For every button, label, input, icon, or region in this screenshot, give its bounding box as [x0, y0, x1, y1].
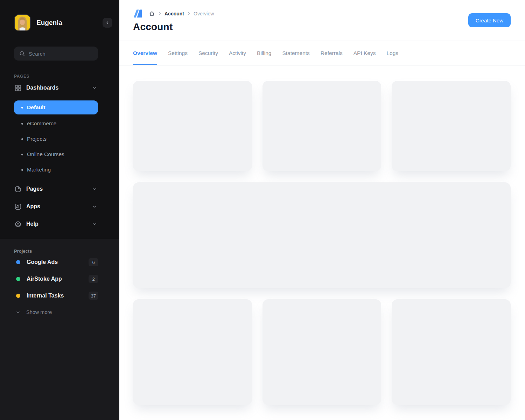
placeholder-card: [392, 299, 511, 405]
sidebar-item-marketing[interactable]: Marketing: [14, 162, 98, 177]
brand-logo[interactable]: [133, 9, 144, 18]
main-content: Account Overview Account Create New Over…: [119, 0, 525, 420]
tab-overview[interactable]: Overview: [133, 41, 157, 65]
nav-label-pages: Pages: [26, 186, 92, 192]
show-more-label: Show more: [26, 309, 52, 315]
bullet-icon: [21, 169, 23, 171]
sidebar: Eugenia PAGES Dashboards: [0, 0, 119, 420]
sidebar-collapse-button[interactable]: [103, 18, 112, 28]
sidebar-nav: Dashboards Default eCommerce Projects: [14, 80, 98, 232]
tab-referrals[interactable]: Referrals: [321, 41, 343, 65]
avatar[interactable]: [14, 14, 31, 31]
sidebar-item-default[interactable]: Default: [14, 100, 98, 114]
sidebar-item-pages[interactable]: Pages: [14, 181, 98, 197]
project-item-google-ads[interactable]: Google Ads 6: [14, 254, 98, 271]
project-dot-icon: [16, 294, 20, 298]
sub-item-label: eCommerce: [27, 120, 56, 127]
placeholder-card: [262, 81, 382, 171]
sub-item-label: Projects: [27, 136, 47, 142]
projects-section-label: Projects: [14, 248, 119, 254]
sub-item-label: Marketing: [27, 167, 51, 173]
chevron-down-icon: [92, 221, 97, 227]
tab-logs[interactable]: Logs: [386, 41, 398, 65]
sub-item-label: Online Courses: [27, 151, 64, 158]
pages-section-label: PAGES: [14, 74, 119, 79]
tab-billing[interactable]: Billing: [257, 41, 271, 65]
sidebar-top-section: Eugenia PAGES Dashboards: [0, 0, 119, 232]
placeholder-card: [133, 81, 252, 171]
project-name: AirStoke App: [27, 276, 89, 282]
page-header: Account Overview Account Create New: [119, 0, 525, 41]
overview-content: [119, 65, 525, 420]
sidebar-item-help[interactable]: Help: [14, 216, 98, 232]
nav-label-dashboards: Dashboards: [26, 85, 92, 91]
sidebar-projects-section: Projects Google Ads 6 AirStoke App 2 Int…: [0, 239, 119, 420]
search-box[interactable]: [14, 47, 98, 61]
dashboards-sub-list: Default eCommerce Projects Online Course…: [14, 100, 98, 177]
sidebar-item-dashboards[interactable]: Dashboards: [14, 80, 98, 96]
sidebar-item-apps[interactable]: Apps: [14, 199, 98, 214]
sidebar-item-ecommerce[interactable]: eCommerce: [14, 116, 98, 131]
project-list: Google Ads 6 AirStoke App 2 Internal Tas…: [14, 254, 98, 304]
project-dot-icon: [16, 277, 20, 281]
count-badge: 2: [89, 275, 98, 283]
page-icon: [14, 185, 22, 193]
bullet-icon: [21, 123, 23, 125]
count-badge: 37: [89, 292, 98, 300]
tab-api-keys[interactable]: API Keys: [354, 41, 376, 65]
chevron-down-icon: [92, 204, 97, 209]
chart-app-icon: [14, 203, 22, 210]
placeholder-card: [392, 81, 511, 171]
search-input[interactable]: [29, 51, 88, 57]
sidebar-item-projects[interactable]: Projects: [14, 131, 98, 147]
avatar-illustration: [15, 15, 30, 30]
placeholder-card: [262, 299, 382, 405]
lifebuoy-icon: [14, 220, 22, 228]
show-more-button[interactable]: Show more: [14, 304, 119, 320]
search-icon: [19, 50, 25, 57]
tab-bar: Overview Settings Security Activity Bill…: [119, 41, 525, 65]
create-new-button[interactable]: Create New: [468, 13, 511, 27]
tab-settings[interactable]: Settings: [168, 41, 188, 65]
user-profile[interactable]: Eugenia: [14, 14, 112, 31]
placeholder-card-wide: [133, 182, 511, 288]
project-name: Internal Tasks: [27, 293, 89, 299]
project-item-internal-tasks[interactable]: Internal Tasks 37: [14, 287, 98, 304]
bullet-icon: [21, 107, 23, 108]
chevron-right-icon: [158, 11, 162, 16]
chevron-down-icon: [92, 186, 97, 192]
breadcrumb-item-account[interactable]: Account: [164, 11, 184, 16]
breadcrumb-item-overview[interactable]: Overview: [194, 11, 214, 16]
bullet-icon: [21, 154, 23, 155]
sub-item-label: Default: [27, 104, 46, 111]
chevron-right-icon: [187, 11, 191, 16]
chevron-down-icon: [15, 310, 21, 315]
nav-label-help: Help: [26, 221, 92, 227]
placeholder-card: [133, 299, 252, 405]
user-name: Eugenia: [36, 19, 103, 27]
count-badge: 6: [89, 258, 98, 266]
page-title: Account: [133, 21, 511, 33]
project-name: Google Ads: [27, 259, 89, 265]
nav-label-apps: Apps: [26, 203, 92, 210]
chevron-down-icon: [92, 85, 97, 91]
home-icon[interactable]: [149, 10, 155, 17]
sidebar-item-online-courses[interactable]: Online Courses: [14, 147, 98, 162]
project-item-airstoke-app[interactable]: AirStoke App 2: [14, 271, 98, 287]
tab-activity[interactable]: Activity: [229, 41, 246, 65]
project-dot-icon: [16, 260, 20, 264]
tab-statements[interactable]: Statements: [282, 41, 309, 65]
chevron-left-icon: [105, 20, 110, 25]
breadcrumb: Account Overview: [133, 9, 511, 18]
bullet-icon: [21, 138, 23, 140]
tab-security[interactable]: Security: [198, 41, 218, 65]
grid-icon: [14, 84, 22, 92]
